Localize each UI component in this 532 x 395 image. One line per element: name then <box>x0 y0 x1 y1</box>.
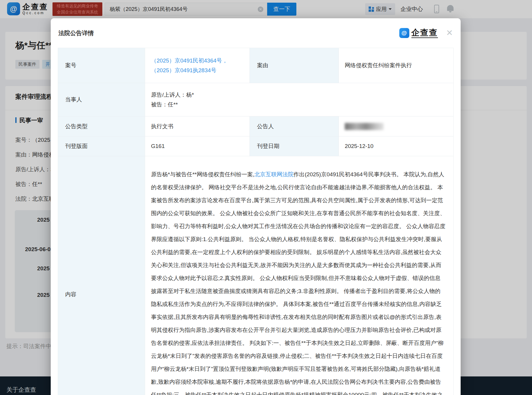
content-text-after: 作出(2025)京0491民初4364号民事判决书。 本院认为,自然人的名誉权受… <box>151 171 446 395</box>
modal-header: 法院公告详情 @ 企查查 ✕ <box>51 18 461 48</box>
qcc-brand-wordmark: 企查查 <box>411 28 438 38</box>
qcc-brand-icon: @ <box>399 28 409 38</box>
cause-label: 案由 <box>250 48 339 83</box>
content-value: 原告杨*与被告任**网络侵权责任纠纷一案,北京互联网法院作出(2025)京049… <box>145 156 454 395</box>
announcement-table: 案号 （2025）京0491民初4364号，（2025）京0491执2834号 … <box>58 48 454 395</box>
table-row: 刊登版面 G161 刊登日期 2025-12-10 <box>58 136 454 156</box>
table-row: 公告类型 执行文书 公告人 <box>58 116 454 136</box>
table-row: 案号 （2025）京0491民初4364号，（2025）京0491执2834号 … <box>58 48 454 83</box>
date-value: 2025-12-10 <box>339 136 454 156</box>
announcer-label: 公告人 <box>250 116 339 136</box>
case-no-label: 案号 <box>58 48 145 83</box>
cause-value: 网络侵权责任纠纷案件执行 <box>339 48 454 83</box>
modal-title: 法院公告详情 <box>58 29 94 37</box>
party-plaintiff: 原告/上诉人：杨* <box>151 90 447 100</box>
close-icon[interactable]: ✕ <box>446 29 453 37</box>
redacted-blur <box>345 123 384 130</box>
content-label: 内容 <box>58 156 145 395</box>
type-label: 公告类型 <box>58 116 145 136</box>
type-value: 执行文书 <box>145 116 250 136</box>
case-no-link[interactable]: （2025）京0491民初4364号，（2025）京0491执2834号 <box>151 57 228 73</box>
table-row: 当事人 原告/上诉人：杨* 被告：任** <box>58 83 454 116</box>
announcer-value <box>339 116 454 136</box>
court-announcement-modal: 法院公告详情 @ 企查查 ✕ 案号 （2025）京0491民初4364号，（20… <box>51 18 461 395</box>
party-defendant: 被告：任** <box>151 100 447 109</box>
page-value: G161 <box>145 136 250 156</box>
party-label: 当事人 <box>58 83 145 116</box>
table-row: 内容 原告杨*与被告任**网络侵权责任纠纷一案,北京互联网法院作出(2025)京… <box>58 156 454 395</box>
content-text-before: 原告杨*与被告任**网络侵权责任纠纷一案, <box>151 171 254 177</box>
page-label: 刊登版面 <box>58 136 145 156</box>
court-link[interactable]: 北京互联网法院 <box>254 171 293 177</box>
modal-brand: @ 企查查 <box>399 28 438 38</box>
date-label: 刊登日期 <box>250 136 339 156</box>
case-no-value: （2025）京0491民初4364号，（2025）京0491执2834号 <box>145 48 250 83</box>
party-value: 原告/上诉人：杨* 被告：任** <box>145 83 454 116</box>
